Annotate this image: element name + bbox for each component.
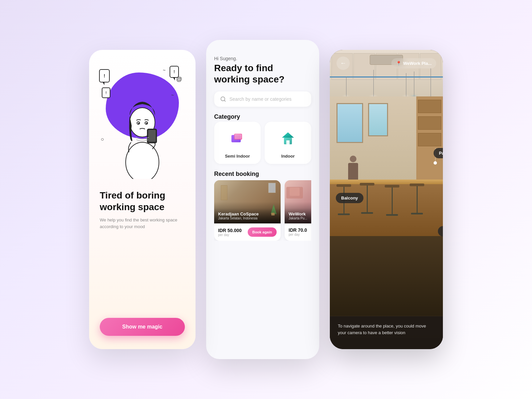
svg-rect-12 xyxy=(235,134,241,139)
booking-overlay-2: WeWork Jakarta Pu... xyxy=(285,208,311,223)
recent-booking-section: Recent booking xyxy=(214,171,311,348)
balcony-text: Balcony xyxy=(336,193,363,203)
booking-price-2: IDR 70.0 per day xyxy=(289,227,307,236)
category-semi-indoor[interactable]: Semi Indoor xyxy=(214,122,261,164)
booking-card-2[interactable]: WeWork Jakarta Pu... IDR 70.0 per day xyxy=(285,180,311,241)
booking-card-2-bottom: IDR 70.0 per day xyxy=(285,223,311,240)
booking-price-1: IDR 50.000 per day xyxy=(218,228,242,237)
svg-line-9 xyxy=(224,100,225,101)
semi-indoor-label: Semi Indoor xyxy=(225,154,250,159)
doodle-spiral: @ xyxy=(176,76,182,83)
cabinet xyxy=(416,96,443,180)
doodle-wave: ~ xyxy=(171,92,174,98)
category-title: Category xyxy=(214,113,311,120)
screen-home: Hi Sugeng. Ready to find working space? … xyxy=(206,40,319,359)
screen-1-text: Tired of boring working space We help yo… xyxy=(100,190,185,230)
svg-rect-15 xyxy=(286,140,290,144)
indoor-icon xyxy=(279,130,297,148)
onboarding-subtitle: We help you find the best working space … xyxy=(100,217,185,230)
vr-location: 📍 WeWork Pla... xyxy=(391,58,437,68)
indoor-label: Indoor xyxy=(281,154,295,159)
greeting-title: Ready to find working space? xyxy=(214,63,311,85)
back-wall xyxy=(330,96,443,180)
location-name: WeWork Pla... xyxy=(403,61,432,66)
category-grid: Semi Indoor xyxy=(214,122,311,164)
floor xyxy=(330,236,443,316)
illustration-area: ! ! ! @ ○ ~ ~ xyxy=(99,66,186,179)
stool-3 xyxy=(385,185,399,216)
booking-card-1-bottom: IDR 50.000 per day Book again xyxy=(214,223,281,241)
booking-card-1-image: Keradjaan CoSpace Jakarta Selatan, Indon… xyxy=(214,180,281,223)
booking-venue-2: WeWork xyxy=(289,211,311,216)
pantry-area-text: Pantry Area xyxy=(434,148,443,158)
chat-bubble-1: ! xyxy=(99,69,110,82)
doodle-circle: ○ xyxy=(101,136,104,142)
booking-card-2-image: WeWork Jakarta Pu... xyxy=(285,180,311,223)
booking-location-1: Jakarta Selatan, Indonesia xyxy=(218,216,277,220)
pantry-area-label[interactable]: Pantry Area xyxy=(434,148,437,165)
svg-rect-7 xyxy=(148,130,156,142)
book-again-button-1[interactable]: Book again xyxy=(248,227,277,237)
category-indoor[interactable]: Indoor xyxy=(265,122,311,164)
svg-marker-13 xyxy=(282,132,294,138)
svg-point-0 xyxy=(126,142,159,179)
svg-point-4 xyxy=(138,123,139,124)
stool-4 xyxy=(410,184,424,214)
vr-background: Pantry Area Balcony 3rd Floor xyxy=(330,50,443,349)
onboarding-title: Tired of boring working space xyxy=(100,190,185,213)
vr-top-nav: ← 📍 WeWork Pla... xyxy=(330,50,443,76)
doodle-squiggle: ~ xyxy=(163,67,166,73)
svg-point-5 xyxy=(146,123,147,124)
greeting-small: Hi Sugeng. xyxy=(214,56,311,61)
booking-card-1[interactable]: Keradjaan CoSpace Jakarta Selatan, Indon… xyxy=(214,180,281,241)
semi-indoor-icon xyxy=(228,130,247,148)
screens-container: ! ! ! @ ○ ~ ~ xyxy=(89,40,443,359)
booking-overlay-1: Keradjaan CoSpace Jakarta Selatan, Indon… xyxy=(214,208,281,223)
search-bar[interactable]: Search by name or categories xyxy=(214,91,311,107)
search-placeholder: Search by name or categories xyxy=(229,96,292,102)
character-illustration xyxy=(116,86,169,179)
screen-onboarding: ! ! ! @ ○ ~ ~ xyxy=(89,50,196,349)
vr-back-button[interactable]: ← xyxy=(336,57,350,70)
greeting-section: Hi Sugeng. Ready to find working space? xyxy=(214,56,311,85)
category-section: Category xyxy=(214,113,311,164)
booking-venue-1: Keradjaan CoSpace xyxy=(218,211,277,216)
vr-instruction-text: To navigate around the place, you could … xyxy=(338,324,426,335)
person-silhouette xyxy=(348,156,358,180)
booking-cards: Keradjaan CoSpace Jakarta Selatan, Indon… xyxy=(214,180,311,241)
chat-bubble-3: ! xyxy=(102,87,110,98)
vr-instruction: To navigate around the place, you could … xyxy=(330,316,443,349)
screen-vr: Pantry Area Balcony 3rd Floor ← 📍 WeWork… xyxy=(330,50,443,349)
booking-location-2: Jakarta Pu... xyxy=(289,216,311,220)
location-pin-icon: 📍 xyxy=(396,61,401,66)
recent-booking-title: Recent booking xyxy=(214,171,311,178)
table-top xyxy=(330,180,443,184)
show-magic-button[interactable]: Show me magic xyxy=(100,318,185,336)
search-icon xyxy=(220,96,226,102)
